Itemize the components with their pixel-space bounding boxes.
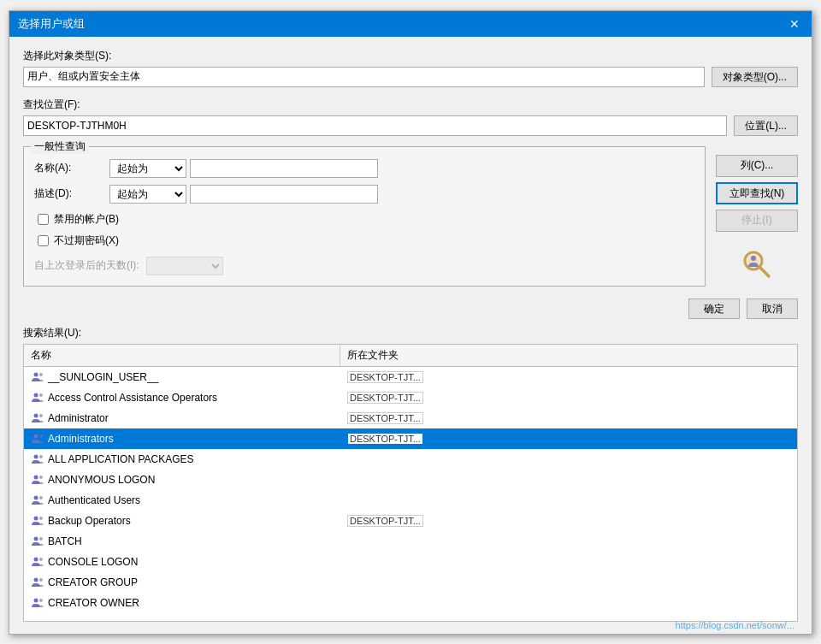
svg-point-20 bbox=[34, 475, 38, 479]
svg-point-17 bbox=[34, 454, 38, 458]
folder-badge: DESKTOP-TJT... bbox=[347, 392, 423, 404]
user-icon bbox=[31, 473, 44, 487]
result-folder-cell bbox=[340, 458, 797, 461]
search-now-button[interactable]: 立即查找(N) bbox=[716, 182, 798, 204]
svg-line-2 bbox=[759, 267, 769, 276]
disabled-accounts-checkbox[interactable] bbox=[38, 214, 49, 225]
result-name-cell: Authenticated Users bbox=[24, 492, 340, 509]
result-name-cell: CONSOLE LOGON bbox=[24, 553, 340, 570]
result-name-text: Administrators bbox=[48, 433, 114, 445]
results-rows: __SUNLOGIN_USER__DESKTOP-TJT... Access C… bbox=[24, 367, 797, 613]
svg-rect-25 bbox=[31, 514, 44, 528]
groupbox-title: 一般性查询 bbox=[31, 139, 89, 154]
no-expire-pwd-row: 不过期密码(X) bbox=[38, 233, 694, 248]
svg-point-18 bbox=[39, 455, 43, 458]
result-name-text: Access Control Assistance Operators bbox=[48, 392, 217, 404]
table-row[interactable]: Access Control Assistance OperatorsDESKT… bbox=[24, 387, 797, 408]
table-row[interactable]: AdministratorsDESKTOP-TJT... bbox=[24, 428, 797, 449]
svg-point-23 bbox=[34, 495, 38, 499]
svg-point-29 bbox=[34, 536, 38, 541]
result-name-text: Administrator bbox=[48, 412, 109, 424]
table-row[interactable]: ANONYMOUS LOGON bbox=[24, 470, 797, 490]
results-table-wrapper: 名称 所在文件夹 __SUNLOGIN_USER__DESKTOP-TJT...… bbox=[23, 344, 798, 622]
svg-rect-31 bbox=[31, 555, 44, 569]
svg-rect-22 bbox=[31, 493, 44, 507]
general-query-groupbox: 一般性查询 名称(A): 起始为 描述(D): 起始为 bbox=[23, 146, 706, 287]
desc-row: 起始为 bbox=[109, 185, 694, 204]
name-input[interactable] bbox=[190, 159, 378, 178]
disabled-accounts-label: 禁用的帐户(B) bbox=[54, 212, 119, 227]
folder-badge: DESKTOP-TJT... bbox=[347, 412, 423, 424]
svg-point-8 bbox=[34, 393, 38, 397]
search-icon-container bbox=[716, 245, 798, 283]
desc-select[interactable]: 起始为 bbox=[109, 185, 186, 204]
svg-rect-19 bbox=[31, 473, 44, 487]
columns-button[interactable]: 列(C)... bbox=[716, 155, 798, 177]
user-icon bbox=[31, 576, 44, 589]
folder-badge: DESKTOP-TJT... bbox=[347, 371, 423, 383]
dialog-title: 选择用户或组 bbox=[18, 16, 85, 32]
desc-label: 描述(D): bbox=[34, 186, 103, 201]
result-name-text: __SUNLOGIN_USER__ bbox=[48, 371, 158, 383]
results-table[interactable]: 名称 所在文件夹 __SUNLOGIN_USER__DESKTOP-TJT...… bbox=[24, 345, 797, 621]
svg-rect-4 bbox=[31, 370, 44, 384]
result-name-cell: BATCH bbox=[24, 533, 340, 550]
result-name-cell: ANONYMOUS LOGON bbox=[24, 471, 340, 488]
cancel-button[interactable]: 取消 bbox=[747, 298, 798, 319]
svg-rect-7 bbox=[31, 391, 44, 405]
location-button[interactable]: 位置(L)... bbox=[734, 115, 798, 136]
object-type-label: 选择此对象类型(S): bbox=[23, 49, 798, 63]
svg-point-26 bbox=[34, 516, 38, 520]
svg-point-5 bbox=[34, 372, 38, 376]
result-name-cell: ALL APPLICATION PACKAGES bbox=[24, 451, 340, 468]
result-folder-cell: DESKTOP-TJT... bbox=[340, 390, 797, 405]
name-select[interactable]: 起始为 bbox=[109, 159, 186, 178]
col-name-header: 名称 bbox=[24, 345, 340, 366]
table-row[interactable]: CONSOLE LOGON bbox=[24, 552, 797, 572]
result-folder-cell bbox=[340, 581, 797, 584]
no-expire-pwd-checkbox[interactable] bbox=[38, 235, 49, 246]
svg-point-3 bbox=[751, 256, 756, 261]
svg-point-38 bbox=[34, 598, 38, 602]
svg-rect-16 bbox=[31, 452, 44, 466]
ok-button[interactable]: 确定 bbox=[688, 298, 740, 319]
user-icon bbox=[31, 452, 44, 466]
result-folder-cell bbox=[340, 540, 797, 543]
result-name-cell: Backup Operators bbox=[24, 512, 340, 529]
result-folder-cell: DESKTOP-TJT... bbox=[340, 369, 797, 385]
svg-point-11 bbox=[34, 413, 38, 417]
object-type-button[interactable]: 对象类型(O)... bbox=[712, 67, 798, 87]
result-folder-cell bbox=[340, 601, 797, 605]
user-icon bbox=[31, 514, 44, 528]
table-row[interactable]: CREATOR GROUP bbox=[24, 572, 797, 593]
stop-button[interactable]: 停止(I) bbox=[716, 210, 798, 232]
result-name-cell: Administrators bbox=[24, 430, 340, 447]
table-row[interactable]: ALL APPLICATION PACKAGES bbox=[24, 449, 797, 470]
result-folder-cell bbox=[340, 499, 797, 502]
table-row[interactable]: BATCH bbox=[24, 531, 797, 552]
svg-rect-13 bbox=[31, 432, 44, 446]
result-folder-cell: DESKTOP-TJT... bbox=[340, 411, 797, 426]
close-button[interactable]: ✕ bbox=[786, 18, 803, 30]
desc-input[interactable] bbox=[190, 185, 378, 204]
svg-rect-34 bbox=[31, 576, 44, 589]
user-icon bbox=[31, 493, 44, 507]
result-name-cell: __SUNLOGIN_USER__ bbox=[24, 369, 340, 386]
table-row[interactable]: Authenticated Users bbox=[24, 490, 797, 511]
object-type-input[interactable] bbox=[23, 67, 705, 87]
location-input[interactable] bbox=[23, 115, 727, 136]
svg-point-27 bbox=[39, 517, 43, 520]
results-header: 名称 所在文件夹 bbox=[24, 345, 797, 367]
table-row[interactable]: __SUNLOGIN_USER__DESKTOP-TJT... bbox=[24, 367, 797, 387]
result-name-text: CONSOLE LOGON bbox=[48, 556, 138, 568]
table-row[interactable]: Backup OperatorsDESKTOP-TJT... bbox=[24, 511, 797, 531]
table-row[interactable]: CREATOR OWNER bbox=[24, 593, 797, 613]
result-folder-cell bbox=[340, 560, 797, 564]
svg-point-14 bbox=[34, 434, 38, 438]
user-icon bbox=[31, 535, 44, 548]
svg-point-12 bbox=[39, 414, 43, 417]
user-icon bbox=[31, 555, 44, 569]
result-name-text: BATCH bbox=[48, 535, 82, 547]
table-row[interactable]: AdministratorDESKTOP-TJT... bbox=[24, 408, 797, 428]
svg-rect-28 bbox=[31, 535, 44, 548]
